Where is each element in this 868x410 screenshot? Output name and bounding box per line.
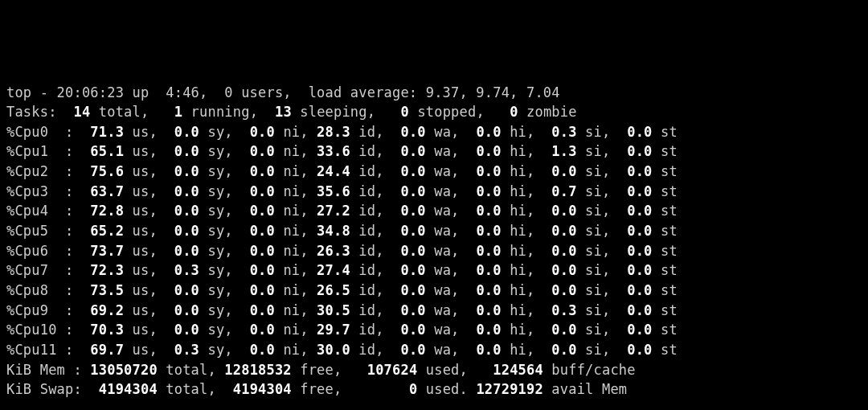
cpu-line-9: %Cpu9 : 69.2 us, 0.0 sy, 0.0 ni, 30.5 id…: [6, 301, 862, 321]
cpu-line-11: %Cpu11 : 69.7 us, 0.3 sy, 0.0 ni, 30.0 i…: [6, 340, 862, 360]
cpu-line-4: %Cpu4 : 72.8 us, 0.0 sy, 0.0 ni, 27.2 id…: [6, 201, 862, 221]
cpu-line-8: %Cpu8 : 73.5 us, 0.0 sy, 0.0 ni, 26.5 id…: [6, 281, 862, 301]
cpu-line-5: %Cpu5 : 65.2 us, 0.0 sy, 0.0 ni, 34.8 id…: [6, 221, 862, 241]
cpu-line-10: %Cpu10 : 70.3 us, 0.0 sy, 0.0 ni, 29.7 i…: [6, 320, 862, 340]
cpu-line-2: %Cpu2 : 75.6 us, 0.0 sy, 0.0 ni, 24.4 id…: [6, 162, 862, 182]
cpu-line-7: %Cpu7 : 72.3 us, 0.3 sy, 0.0 ni, 27.4 id…: [6, 260, 862, 281]
cpu-line-6: %Cpu6 : 73.7 us, 0.0 sy, 0.0 ni, 26.3 id…: [6, 241, 862, 261]
summary-line: top - 20:06:23 up 4:46, 0 users, load av…: [6, 83, 862, 103]
terminal-output: top - 20:06:23 up 4:46, 0 users, load av…: [6, 83, 862, 410]
swap-line: KiB Swap: 4194304 total, 4194304 free, 0…: [6, 379, 862, 400]
cpu-line-0: %Cpu0 : 71.3 us, 0.0 sy, 0.0 ni, 28.3 id…: [6, 122, 862, 142]
mem-line: KiB Mem : 13050720 total, 12818532 free,…: [6, 360, 862, 380]
cpu-line-1: %Cpu1 : 65.1 us, 0.0 sy, 0.0 ni, 33.6 id…: [6, 141, 862, 162]
cpu-line-3: %Cpu3 : 63.7 us, 0.0 sy, 0.0 ni, 35.6 id…: [6, 182, 862, 202]
blank-line: [6, 400, 862, 410]
tasks-line: Tasks: 14 total, 1 running, 13 sleeping,…: [6, 102, 862, 122]
